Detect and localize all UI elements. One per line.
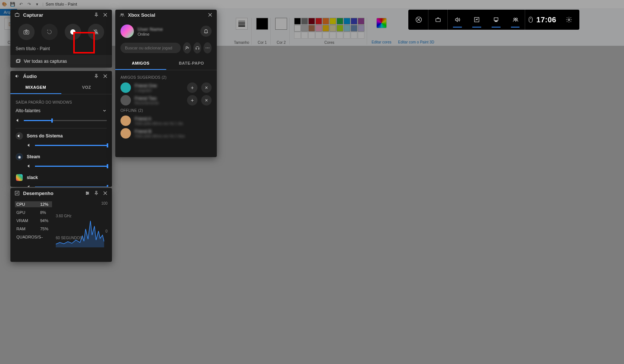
- friend-avatar: [120, 128, 131, 139]
- app-icon: [16, 132, 23, 140]
- pin-icon[interactable]: [93, 73, 99, 79]
- friend-row[interactable]: Friend One1 seguidor+×: [120, 82, 212, 93]
- overlay-time: 17:06: [536, 16, 556, 24]
- stat-fps[interactable]: QUADROS/S--: [15, 234, 52, 240]
- capture-shortcut-button[interactable]: [428, 10, 448, 30]
- app-volume-slider[interactable]: [35, 186, 107, 187]
- friend-name: Friend Two: [135, 96, 183, 101]
- social-tabs: AMIGOS BATE-PAPO: [115, 57, 217, 70]
- app-icon: ◉: [16, 153, 23, 160]
- audio-title: Áudio: [23, 74, 37, 79]
- performance-panel: Desempenho CPU12% GPU8% VRAM94% RAM75% Q…: [10, 188, 112, 262]
- friend-row[interactable]: Friend AVisto pela última vez há 1 dia: [120, 116, 212, 126]
- close-icon[interactable]: [102, 73, 108, 79]
- output-section-label: SAÍDA PADRÃO DO WINDOWS: [16, 100, 107, 104]
- perf-body: CPU12% GPU8% VRAM94% RAM75% QUADROS/S-- …: [10, 198, 112, 243]
- mic-mute-button[interactable]: [88, 24, 104, 40]
- audio-app-row: slack: [16, 174, 107, 181]
- notifications-button[interactable]: [200, 26, 212, 37]
- stat-cpu[interactable]: CPU12%: [15, 201, 52, 207]
- app-volume-row: [27, 163, 107, 169]
- audio-shortcut-button[interactable]: [448, 10, 467, 30]
- svg-point-8: [88, 193, 89, 194]
- friend-subtitle: Visto pela última vez há 2 dias: [135, 134, 212, 138]
- tab-friends[interactable]: AMIGOS: [115, 57, 166, 70]
- pin-icon[interactable]: [93, 12, 99, 18]
- app-volume-slider[interactable]: [35, 166, 107, 167]
- close-icon[interactable]: [102, 12, 108, 18]
- social-body: AMIGOS SUGERIDOS (2) Friend One1 seguido…: [115, 70, 217, 143]
- svg-point-7: [86, 192, 87, 192]
- app-name: Steam: [27, 154, 40, 159]
- dismiss-friend-button[interactable]: ×: [201, 95, 212, 105]
- dismiss-friend-button[interactable]: ×: [201, 82, 212, 93]
- user-status: Online: [138, 32, 197, 36]
- tab-chat[interactable]: BATE-PAPO: [166, 57, 217, 70]
- perf-header: Desempenho: [10, 188, 112, 198]
- svg-point-9: [86, 194, 87, 194]
- screenshot-button[interactable]: [18, 24, 35, 40]
- capture-title: Capturar: [23, 12, 43, 18]
- app-icon: [16, 174, 23, 181]
- view-captures-button[interactable]: Ver todas as capturas: [10, 55, 112, 68]
- svg-point-21: [568, 19, 570, 21]
- overlay-settings-button[interactable]: [559, 10, 579, 30]
- svg-point-10: [121, 14, 122, 15]
- xbox-social-panel: Xbox Social User Name Online ⋯ AMIGOS BA…: [115, 10, 217, 157]
- speaker-icon: [27, 184, 32, 187]
- tab-mixagem[interactable]: MIXAGEM: [10, 81, 61, 94]
- settings-icon[interactable]: [84, 190, 90, 196]
- stat-ram[interactable]: RAM75%: [15, 226, 52, 232]
- audio-app-row: ◉Steam: [16, 153, 107, 160]
- social-profile: User Name Online: [115, 20, 217, 42]
- svg-rect-17: [495, 21, 497, 22]
- stat-vram[interactable]: VRAM94%: [15, 218, 52, 224]
- friend-row[interactable]: Friend TwoRecentemente+×: [120, 95, 212, 105]
- search-input[interactable]: [120, 43, 181, 53]
- app-volume-row: [27, 184, 107, 187]
- app-volume-slider[interactable]: [35, 145, 107, 146]
- master-volume-slider[interactable]: [24, 120, 107, 121]
- output-device-dropdown[interactable]: Alto-falantes: [16, 107, 107, 115]
- more-button[interactable]: ⋯: [203, 42, 212, 53]
- close-icon[interactable]: [102, 190, 108, 196]
- add-friend-button[interactable]: +: [187, 82, 197, 93]
- friend-name: Friend A: [135, 116, 212, 121]
- friend-subtitle: 1 seguidor: [135, 88, 183, 92]
- add-friend-button[interactable]: [183, 42, 191, 53]
- friend-row[interactable]: Friend BVisto pela última vez há 2 dias: [120, 128, 212, 139]
- stat-gpu[interactable]: GPU8%: [15, 209, 52, 215]
- audio-panel: Áudio MIXAGEM VOZ SAÍDA PADRÃO DO WINDOW…: [10, 71, 112, 187]
- friend-avatar: [120, 82, 131, 93]
- svg-rect-16: [494, 18, 498, 21]
- tab-voz[interactable]: VOZ: [61, 81, 112, 94]
- perf-stats: CPU12% GPU8% VRAM94% RAM75% QUADROS/S--: [15, 201, 52, 240]
- record-button[interactable]: [65, 24, 81, 40]
- close-icon[interactable]: [207, 12, 213, 18]
- record-last-button[interactable]: [41, 24, 58, 40]
- perf-line-chart: [56, 207, 104, 247]
- avatar[interactable]: [120, 25, 134, 38]
- headset-button[interactable]: [193, 42, 202, 53]
- chevron-down-icon: [102, 108, 107, 113]
- app-name: Sons do Sistema: [27, 133, 63, 139]
- xbox-button[interactable]: [409, 10, 428, 30]
- offline-section-label: OFFLINE (2): [120, 108, 212, 113]
- resources-shortcut-button[interactable]: [486, 10, 506, 30]
- social-search-row: ⋯: [115, 42, 217, 57]
- pin-icon[interactable]: [93, 190, 99, 196]
- capture-subtitle: Sem título - Paint: [10, 42, 112, 55]
- friend-subtitle: Visto pela última vez há 1 dia: [135, 121, 212, 126]
- speaker-icon: [14, 73, 20, 79]
- mouse-icon: [528, 16, 533, 23]
- svg-point-18: [514, 18, 515, 20]
- social-shortcut-button[interactable]: [506, 10, 525, 30]
- performance-shortcut-button[interactable]: [467, 10, 486, 30]
- speaker-icon: [27, 143, 32, 148]
- audio-app-row: Sons do Sistema: [16, 132, 107, 140]
- add-friend-button[interactable]: +: [187, 95, 197, 105]
- friend-subtitle: Recentemente: [135, 101, 183, 105]
- capture-title-icon: [14, 12, 20, 18]
- social-header: Xbox Social: [115, 10, 217, 20]
- gamebar-toolbar: 17:06: [408, 10, 579, 30]
